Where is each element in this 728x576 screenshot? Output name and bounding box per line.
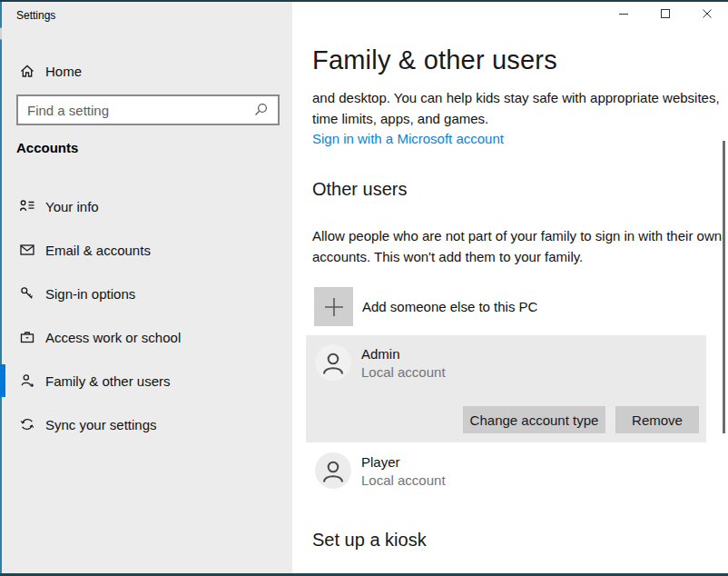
sidebar-item-signin-options[interactable]: Sign-in options — [2, 275, 292, 312]
page-title: Family & other users — [312, 45, 557, 75]
person-add-icon — [18, 372, 36, 390]
close-button[interactable] — [686, 0, 728, 27]
maximize-icon — [660, 8, 671, 19]
sidebar-item-label: Email & accounts — [45, 243, 151, 258]
search-box — [16, 94, 280, 125]
add-someone-button[interactable]: Add someone else to this PC — [314, 287, 537, 326]
search-icon[interactable] — [251, 100, 271, 120]
sidebar-section-title: Accounts — [16, 140, 78, 155]
sidebar-item-your-info[interactable]: Your info — [2, 188, 292, 224]
account-row-admin[interactable]: Admin Local account Change account type … — [306, 335, 706, 442]
minimize-icon — [618, 8, 629, 19]
sidebar-item-label: Your info — [45, 199, 99, 214]
sidebar-item-label: Sync your settings — [45, 417, 157, 432]
account-row-player[interactable]: Player Local account — [306, 445, 706, 498]
maximize-button[interactable] — [644, 0, 686, 27]
account-type: Local account — [361, 472, 446, 488]
avatar — [315, 344, 351, 381]
account-name: Player — [361, 454, 400, 470]
add-someone-label: Add someone else to this PC — [362, 299, 537, 314]
remove-account-button[interactable]: Remove — [615, 406, 699, 433]
contact-card-icon — [18, 197, 36, 215]
sidebar-item-family-other-users[interactable]: Family & other users — [2, 362, 292, 399]
minimize-button[interactable] — [603, 0, 644, 27]
avatar — [315, 452, 351, 489]
app-title: Settings — [16, 9, 55, 22]
settings-window: Settings Home Accounts — [0, 0, 728, 576]
account-name: Admin — [361, 346, 400, 362]
intro-text: and desktop. You can help kids stay safe… — [312, 87, 728, 129]
envelope-icon — [18, 241, 36, 259]
change-account-type-button[interactable]: Change account type — [463, 406, 605, 433]
home-icon — [18, 62, 36, 80]
kiosk-heading: Set up a kiosk — [312, 530, 427, 551]
other-users-description: Allow people who are not part of your fa… — [312, 225, 728, 267]
sidebar-item-label: Sign-in options — [45, 286, 135, 302]
sidebar-item-sync-settings[interactable]: Sync your settings — [2, 406, 292, 442]
search-input[interactable] — [18, 103, 251, 118]
account-type: Local account — [361, 364, 446, 380]
sidebar-item-label: Access work or school — [45, 330, 181, 345]
vertical-scrollbar[interactable] — [723, 141, 725, 433]
key-icon — [18, 284, 36, 303]
sidebar-item-email-accounts[interactable]: Email & accounts — [2, 232, 292, 268]
plus-icon — [314, 287, 353, 326]
selected-item-accent-bar — [0, 364, 5, 397]
sidebar-item-label: Family & other users — [45, 373, 171, 389]
signin-microsoft-link[interactable]: Sign in with a Microsoft account — [312, 131, 504, 146]
briefcase-icon — [18, 328, 36, 346]
close-icon — [702, 8, 713, 19]
sync-icon — [18, 415, 36, 433]
other-users-heading: Other users — [312, 179, 407, 200]
sidebar: Settings Home Accounts — [2, 2, 292, 573]
sidebar-item-home[interactable]: Home — [2, 55, 292, 87]
sidebar-item-access-work-school[interactable]: Access work or school — [2, 319, 292, 355]
sidebar-item-label: Home — [45, 64, 82, 79]
